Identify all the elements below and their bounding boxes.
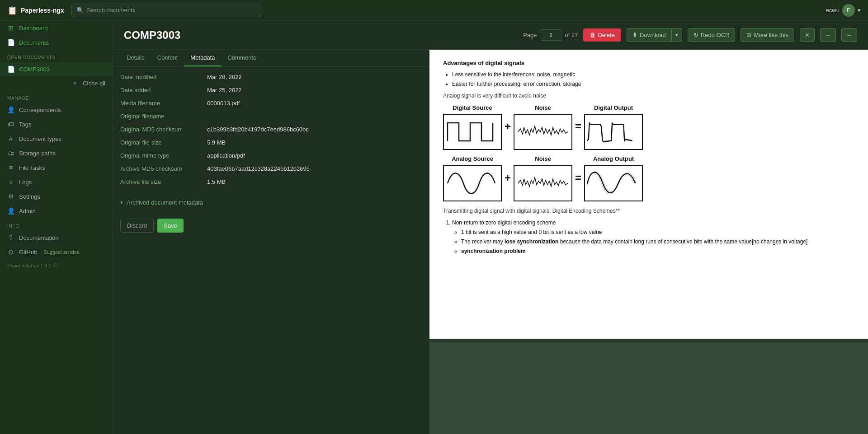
admin-icon: 👤 — [7, 207, 14, 215]
sidebar-item-admin[interactable]: 👤 Admin — [0, 204, 113, 218]
analog-noise-note: Analog signal is very difficult to avoid… — [443, 92, 854, 100]
version-text: Paperless-ngx 1.9.2 — [7, 263, 52, 268]
equals2-icon: = — [575, 170, 581, 186]
sidebar-item-label: Document types — [19, 135, 61, 142]
archived-caret-icon: ▾ — [120, 200, 123, 205]
meta-key: Date added — [120, 87, 202, 93]
download-icon: ⬇ — [632, 32, 637, 38]
next-doc-button[interactable]: → — [841, 28, 857, 42]
sidebar-item-documents[interactable]: 📄 Documents — [0, 35, 113, 50]
sidebar-item-settings[interactable]: ⚙ Settings — [0, 189, 113, 204]
tab-comments[interactable]: Comments — [222, 50, 263, 66]
correspondents-icon: 👤 — [7, 106, 14, 113]
redo-ocr-button[interactable]: ↻ Redo OCR — [688, 28, 736, 42]
meta-val: 403fae06b7aad12c328a224bb12b2695 — [207, 165, 310, 172]
meta-val: Mar 28, 2022 — [207, 74, 242, 80]
digital-output-diagram: Digital Output — [584, 103, 643, 150]
meta-row-orig-size: Original file size 5.9 MB — [113, 136, 429, 149]
discard-button[interactable]: Discard — [120, 219, 154, 233]
sidebar-item-tags[interactable]: 🏷 Tags — [0, 117, 113, 131]
doc-body: Details Content Metadata Comments Date m… — [113, 50, 868, 434]
more-label: More like this — [754, 32, 788, 38]
archived-header[interactable]: ▾ Archived document metadata — [120, 196, 422, 210]
more-like-this-button[interactable]: ⊞ More like this — [741, 28, 794, 42]
sidebar-item-label: Settings — [19, 193, 40, 200]
digital-output-box — [584, 114, 643, 150]
preview-pane: Advantages of digital signals Less sensi… — [429, 50, 868, 434]
version-info-icon: ⓘ — [53, 262, 58, 269]
topnav: 📋 Paperless-ngx 🔍 ecwu E ▾ — [0, 0, 868, 21]
user-menu[interactable]: ecwu E ▾ — [826, 4, 861, 17]
ocr-label: Redo OCR — [701, 32, 730, 38]
page-nav: Page of 27 — [523, 29, 578, 41]
sidebar-item-storage-paths[interactable]: 🗂 Storage paths — [0, 146, 113, 160]
meta-row-orig-md5: Original MD5 checksum c1b399b3fd20b4197d… — [113, 123, 429, 136]
sidebar-item-correspondents[interactable]: 👤 Correspondents — [0, 103, 113, 117]
plus-icon: + — [505, 118, 511, 135]
tab-metadata[interactable]: Metadata — [184, 50, 221, 66]
sidebar-item-document-types[interactable]: # Document types — [0, 131, 113, 146]
encoding-list: Non-return to zero digital encoding sche… — [452, 219, 854, 255]
documents-icon: 📄 — [7, 39, 14, 46]
open-doc-label: COMP3003 — [19, 66, 50, 73]
analog-source-diagram: Analog Source — [443, 154, 502, 201]
delete-button[interactable]: 🗑 Delete — [583, 28, 621, 42]
sidebar-item-label: Correspondents — [19, 107, 61, 113]
meta-row-date-added: Date added Mar 25, 2022 — [113, 84, 429, 97]
page-number-input[interactable] — [540, 29, 562, 41]
tab-details[interactable]: Details — [120, 50, 151, 66]
meta-row-orig-mime: Original mime type application/pdf — [113, 149, 429, 162]
download-caret-button[interactable]: ▾ — [672, 28, 682, 42]
logs-icon: ≡ — [7, 178, 14, 186]
doc-content: Advantages of digital signals Less sensi… — [443, 59, 854, 255]
list-item: 1 bit is sent as a high value and 0 bit … — [461, 228, 854, 236]
app-name: Paperless-ngx — [21, 7, 64, 14]
main-layout: ⊞ Dashboard 📄 Documents OPEN DOCUMENTS 📄… — [0, 21, 868, 434]
digital-source-diagram: Digital Source — [443, 103, 502, 150]
sidebar-item-label: Documentation — [19, 234, 58, 241]
digital-output-label: Digital Output — [594, 103, 633, 112]
page-total: of 27 — [565, 32, 578, 38]
meta-row-archive-size: Archive file size 1.5 MB — [113, 175, 429, 188]
close-doc-button[interactable]: ✕ — [800, 28, 815, 42]
sidebar-item-logs[interactable]: ≡ Logs — [0, 175, 113, 189]
sidebar-item-file-tasks[interactable]: ≡ File Tasks — [0, 160, 113, 175]
meta-key: Archive MD5 checksum — [120, 165, 202, 172]
download-button[interactable]: ⬇ Download — [627, 28, 672, 42]
preview-bullets: Less sensitive to the interferences: noi… — [452, 70, 854, 88]
list-item: The receiver may lose synchronization be… — [461, 238, 854, 246]
trash-icon: 🗑 — [590, 32, 595, 38]
sidebar-item-dashboard[interactable]: ⊞ Dashboard — [0, 21, 113, 35]
preview-scroll[interactable]: Advantages of digital signals Less sensi… — [429, 50, 868, 434]
sidebar-item-label: GitHub — [19, 249, 37, 256]
search-bar[interactable]: 🔍 — [71, 4, 261, 17]
sidebar-open-doc-comp3003[interactable]: 📄 COMP3003 — [0, 62, 113, 76]
save-button[interactable]: Save — [157, 219, 184, 233]
sidebar-item-label: Admin — [19, 208, 36, 215]
sidebar-item-github[interactable]: ⊙ GitHub Suggest an idea — [0, 245, 113, 259]
sidebar-item-label: Logs — [19, 179, 32, 186]
meta-val: 1.5 MB — [207, 178, 226, 185]
noise2-diagram: Noise — [514, 154, 572, 201]
app-logo[interactable]: 📋 Paperless-ngx — [7, 5, 64, 15]
sidebar-item-label: Storage paths — [19, 150, 56, 157]
prev-doc-button[interactable]: ← — [820, 28, 836, 42]
metadata-actions: Discard Save — [113, 213, 429, 238]
avatar: E — [842, 4, 855, 17]
plus2-icon: + — [505, 170, 511, 186]
close-all-label: Close all — [83, 80, 105, 87]
search-input[interactable] — [86, 7, 256, 14]
search-icon: 🔍 — [76, 7, 84, 14]
suggest-link[interactable]: Suggest an idea — [43, 249, 80, 255]
horizontal-scrollbar[interactable] — [429, 339, 868, 342]
meta-key: Original filename — [120, 113, 202, 120]
tab-content[interactable]: Content — [151, 50, 184, 66]
equals-icon: = — [575, 118, 581, 135]
meta-key: Original file size — [120, 139, 202, 146]
sidebar-item-documentation[interactable]: ? Documentation — [0, 230, 113, 245]
meta-key: Archive file size — [120, 178, 202, 185]
list-item: synchronization problem — [461, 247, 854, 255]
sidebar-close-all[interactable]: ✕ Close all — [0, 76, 113, 90]
bold-text: lose synchronization — [505, 238, 558, 245]
noise1-diagram: Noise — [514, 103, 572, 150]
